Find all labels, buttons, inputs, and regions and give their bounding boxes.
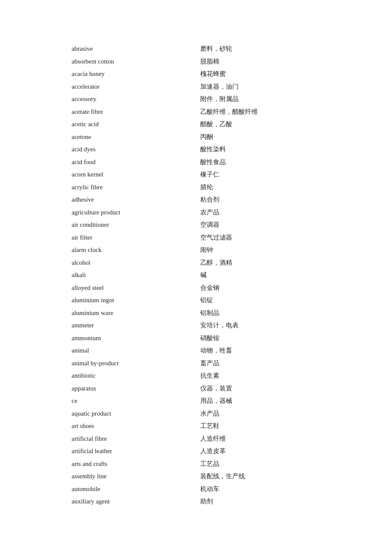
english-term: acorn kernel	[0, 169, 128, 180]
english-term: animal by-product	[0, 358, 128, 369]
chinese-translation: 酸性染料	[128, 144, 392, 155]
chinese-translation: 槐花蜂蜜	[128, 69, 392, 80]
table-row: ammeter安培计，电表	[0, 319, 392, 332]
english-term: artificial fibre	[0, 434, 128, 445]
english-term: aluminium ware	[0, 308, 128, 319]
table-row: alloyed steel合金钢	[0, 282, 392, 295]
chinese-translation: 安培计，电表	[128, 320, 392, 331]
english-term: air conditioner	[0, 220, 128, 231]
english-term: acetate fibre	[0, 107, 128, 118]
english-term: alarm clock	[0, 245, 128, 256]
table-row: assembly line装配线，生产线	[0, 470, 392, 483]
chinese-translation: 助剂	[128, 496, 392, 507]
chinese-translation: 农产品	[128, 207, 392, 218]
chinese-translation: 人造皮革	[128, 446, 392, 457]
chinese-translation: 附件，附属品	[128, 94, 392, 105]
chinese-translation: 空调器	[128, 220, 392, 231]
chinese-translation: 乙酸纤维，醋酸纤维	[128, 107, 392, 118]
english-term: automobile	[0, 484, 128, 495]
english-term: ce	[0, 396, 128, 407]
english-term: accelerator	[0, 81, 128, 92]
table-row: acid dyes酸性染料	[0, 143, 392, 156]
table-row: adhesive粘合剂	[0, 194, 392, 206]
table-row: accessory附件，附属品	[0, 93, 392, 106]
table-row: acacia honey槐花蜂蜜	[0, 68, 392, 81]
table-row: animal by-product畜产品	[0, 357, 392, 370]
table-row: alcohol乙醇，酒精	[0, 257, 392, 269]
chinese-translation: 硝酸铵	[128, 333, 392, 344]
chinese-translation: 腈纶	[128, 182, 392, 193]
table-row: artificial leather人造皮革	[0, 445, 392, 458]
chinese-translation: 磨料，砂轮	[128, 43, 392, 55]
english-term: ammeter	[0, 320, 128, 331]
english-term: artificial leather	[0, 446, 128, 457]
table-row: air conditioner空调器	[0, 219, 392, 231]
english-term: adhesive	[0, 194, 128, 205]
table-row: air filter空气过滤器	[0, 231, 392, 244]
english-term: alcohol	[0, 257, 128, 269]
chinese-translation: 醋酸，乙酸	[128, 119, 392, 130]
chinese-translation: 工艺品	[128, 459, 392, 470]
chinese-translation: 铝制品	[128, 308, 392, 319]
dictionary-table: abrasive磨料，砂轮absorbent cotton脱脂棉acacia h…	[0, 43, 392, 551]
chinese-translation: 闹钟	[128, 245, 392, 256]
table-row: aquatic product水产品	[0, 408, 392, 420]
table-row: acetate fibre乙酸纤维，醋酸纤维	[0, 106, 392, 119]
chinese-translation: 动物，牲畜	[128, 345, 392, 356]
table-row: artificial fibre人造纤维	[0, 433, 392, 445]
chinese-translation: 合金钢	[128, 283, 392, 294]
english-term: assembly line	[0, 471, 128, 482]
table-row: acid food酸性食品	[0, 156, 392, 169]
chinese-translation: 水产品	[128, 408, 392, 419]
english-term: aquatic product	[0, 408, 128, 419]
table-row: alarm clock闹钟	[0, 244, 392, 257]
table-row: animal动物，牲畜	[0, 344, 392, 357]
chinese-translation: 铝锭	[128, 295, 392, 306]
chinese-translation: 丙酮	[128, 132, 392, 143]
chinese-translation: 乙醇，酒精	[128, 257, 392, 269]
table-row: arts and crafts工艺品	[0, 458, 392, 471]
table-row: ce用品，器械	[0, 395, 392, 408]
table-row: absorbent cotton脱脂棉	[0, 55, 392, 68]
chinese-translation: 机动车	[128, 484, 392, 495]
english-term: acid food	[0, 157, 128, 168]
english-term: arts and crafts	[0, 459, 128, 470]
table-row: acetone丙酮	[0, 131, 392, 144]
table-row: acorn kernel橡子仁	[0, 168, 392, 181]
table-row: automobile机动车	[0, 483, 392, 496]
english-term: art shoes	[0, 421, 128, 432]
chinese-translation: 人造纤维	[128, 434, 392, 445]
table-row: ammonium硝酸铵	[0, 332, 392, 345]
table-row: acetic acid醋酸，乙酸	[0, 118, 392, 131]
chinese-translation: 脱脂棉	[128, 56, 392, 67]
english-term: acacia honey	[0, 69, 128, 80]
table-row: antibiotic抗生素	[0, 370, 392, 382]
chinese-translation: 橡子仁	[128, 169, 392, 180]
chinese-translation: 畜产品	[128, 358, 392, 369]
english-term: accessory	[0, 94, 128, 105]
table-row: accelerator加速器，油门	[0, 81, 392, 93]
english-term: alloyed steel	[0, 283, 128, 294]
chinese-translation: 仪器，装置	[128, 383, 392, 394]
english-term: auxiliary agent	[0, 496, 128, 507]
english-term: antibiotic	[0, 370, 128, 382]
english-term: ammonium	[0, 333, 128, 344]
table-row: auxiliary agent助剂	[0, 495, 392, 508]
chinese-translation: 抗生素	[128, 370, 392, 382]
table-row: aluminium ware铝制品	[0, 307, 392, 320]
english-term: air filter	[0, 232, 128, 243]
english-term: acid dyes	[0, 144, 128, 155]
table-row: acrylic fibre腈纶	[0, 181, 392, 194]
chinese-translation: 用品，器械	[128, 396, 392, 407]
english-term: acrylic fibre	[0, 182, 128, 193]
table-row: alkali碱	[0, 269, 392, 282]
english-term: agriculture product	[0, 207, 128, 218]
chinese-translation: 装配线，生产线	[128, 471, 392, 482]
table-row: apparatus仪器，装置	[0, 382, 392, 395]
chinese-translation: 工艺鞋	[128, 421, 392, 432]
english-term: aluminium ingot	[0, 295, 128, 306]
chinese-translation: 碱	[128, 270, 392, 281]
english-term: alkali	[0, 270, 128, 281]
table-row: art shoes工艺鞋	[0, 420, 392, 433]
english-term: acetone	[0, 132, 128, 143]
